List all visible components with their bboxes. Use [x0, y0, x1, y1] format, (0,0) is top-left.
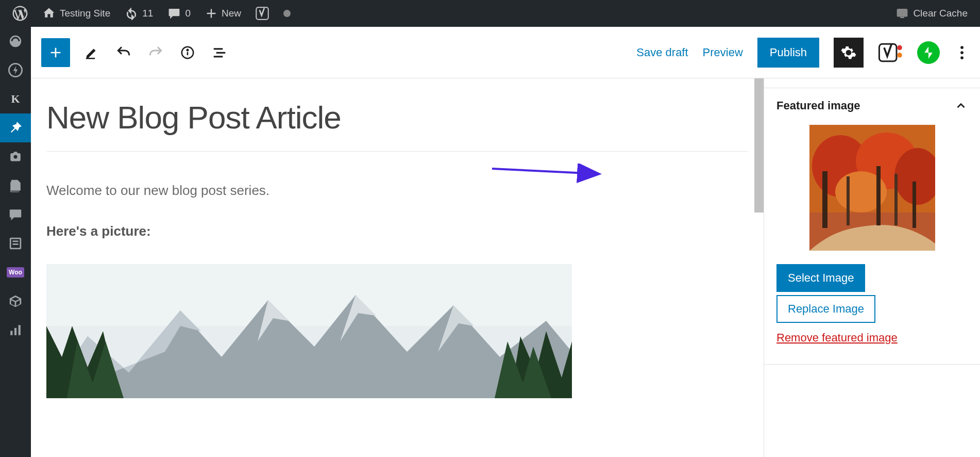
menu-dashboard[interactable]	[0, 27, 31, 56]
bar-chart-icon	[8, 323, 23, 337]
editor-canvas[interactable]: New Blog Post Article Welcome to our new…	[31, 78, 764, 457]
svg-rect-15	[214, 48, 223, 50]
menu-kinsta[interactable]: K	[0, 85, 31, 113]
gear-icon	[840, 44, 857, 61]
svg-point-22	[960, 51, 964, 54]
annotation-arrow	[489, 164, 608, 184]
clear-cache-label: Clear Cache	[913, 8, 968, 19]
svg-rect-1	[897, 9, 908, 17]
svg-rect-35	[913, 182, 916, 228]
preview-button[interactable]: Preview	[703, 46, 743, 59]
select-image-button[interactable]: Select Image	[776, 264, 865, 292]
admin-bar: Testing Site 11 0 New Clear Cache	[0, 0, 980, 27]
plus-icon	[47, 44, 64, 61]
jetpack-bolt-icon	[922, 46, 935, 59]
scrollbar-thumb[interactable]	[754, 78, 764, 213]
cache-icon	[895, 7, 909, 20]
undo-button[interactable]	[113, 42, 134, 63]
svg-point-23	[960, 56, 964, 59]
svg-rect-11	[86, 58, 95, 59]
updates-count: 11	[142, 8, 153, 19]
add-block-button[interactable]	[41, 38, 70, 67]
replace-image-button[interactable]: Replace Image	[776, 295, 875, 323]
post-paragraph-bold[interactable]: Here's a picture:	[46, 223, 748, 239]
featured-image-panel-toggle[interactable]: Featured image	[776, 99, 968, 112]
svg-point-20	[897, 53, 902, 58]
settings-sidebar: Featured image	[764, 78, 980, 457]
svg-rect-8	[10, 331, 12, 335]
svg-rect-17	[214, 56, 223, 57]
camera-icon	[8, 150, 23, 164]
more-vertical-icon	[960, 45, 964, 60]
svg-rect-37	[894, 174, 898, 225]
refresh-icon	[125, 7, 138, 20]
more-options-button[interactable]	[954, 45, 970, 60]
featured-image-thumbnail[interactable]	[809, 125, 935, 251]
editor: Save draft Preview Publish	[31, 27, 980, 457]
menu-amp[interactable]	[0, 56, 31, 85]
svg-point-21	[960, 46, 964, 49]
svg-rect-7	[12, 243, 18, 245]
site-home[interactable]: Testing Site	[35, 0, 117, 27]
yoast-button[interactable]	[878, 40, 903, 65]
svg-rect-34	[876, 166, 881, 225]
post-title[interactable]: New Blog Post Article	[46, 99, 748, 152]
menu-media[interactable]	[0, 142, 31, 171]
k-letter-icon: K	[11, 92, 20, 106]
package-icon	[8, 294, 23, 308]
info-icon	[180, 45, 195, 60]
plus-icon	[205, 7, 217, 20]
clear-cache[interactable]: Clear Cache	[888, 0, 975, 27]
pages-icon	[8, 178, 23, 193]
menu-analytics[interactable]	[0, 316, 31, 345]
comments-icon	[8, 207, 23, 222]
panel-title: Featured image	[776, 99, 860, 112]
menu-comments[interactable]	[0, 200, 31, 229]
svg-rect-9	[14, 328, 16, 335]
svg-line-26	[492, 169, 598, 174]
menu-posts[interactable]	[0, 113, 31, 142]
post-image-block[interactable]	[46, 264, 572, 398]
wp-logo[interactable]	[5, 0, 35, 27]
svg-point-14	[187, 49, 189, 51]
info-button[interactable]	[177, 42, 198, 63]
menu-products[interactable]	[0, 287, 31, 316]
new-label: New	[222, 8, 241, 19]
comments[interactable]: 0	[160, 0, 198, 27]
post-paragraph[interactable]: Welcome to our new blog post series.	[46, 183, 748, 199]
remove-featured-image-button[interactable]: Remove featured image	[776, 331, 898, 345]
featured-image-panel: Featured image	[764, 93, 980, 351]
yoast-menu[interactable]	[248, 0, 276, 27]
wordpress-icon	[12, 6, 28, 21]
svg-rect-33	[822, 171, 827, 228]
svg-rect-10	[19, 325, 21, 335]
undo-icon	[115, 44, 132, 61]
svg-point-19	[897, 45, 902, 50]
svg-rect-2	[900, 17, 904, 19]
edit-mode-button[interactable]	[81, 42, 102, 63]
comment-icon	[167, 7, 181, 20]
status-indicator[interactable]	[276, 0, 298, 27]
admin-menu-collapsed: K Woo	[0, 27, 31, 457]
settings-button[interactable]	[834, 38, 864, 68]
site-name-label: Testing Site	[60, 8, 110, 19]
bolt-circle-icon	[8, 63, 23, 77]
save-draft-button[interactable]: Save draft	[636, 46, 688, 59]
svg-point-3	[14, 40, 17, 43]
mountain-image	[46, 264, 572, 398]
home-icon	[42, 7, 56, 20]
redo-button[interactable]	[145, 42, 166, 63]
chevron-up-icon	[954, 99, 968, 112]
menu-feedback[interactable]	[0, 229, 31, 258]
svg-rect-36	[847, 176, 850, 225]
pencil-icon	[84, 45, 99, 60]
jetpack-button[interactable]	[917, 41, 940, 64]
menu-woocommerce[interactable]: Woo	[0, 258, 31, 287]
outline-button[interactable]	[209, 42, 230, 63]
new-content[interactable]: New	[198, 0, 248, 27]
updates[interactable]: 11	[117, 0, 160, 27]
yoast-seo-icon	[878, 40, 903, 65]
publish-button[interactable]: Publish	[757, 38, 819, 68]
svg-rect-6	[12, 240, 18, 242]
menu-pages[interactable]	[0, 171, 31, 200]
